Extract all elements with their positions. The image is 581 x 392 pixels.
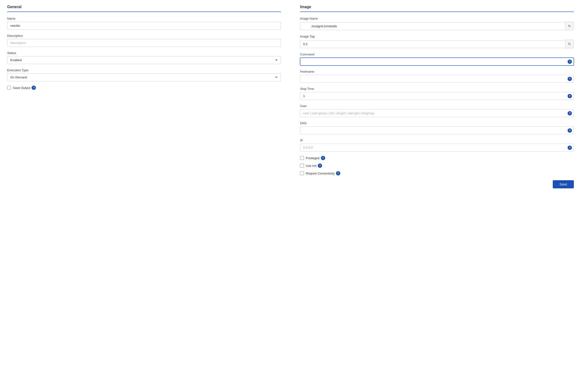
execution-type-select[interactable]: On Demand Scheduled Always On (7, 73, 281, 81)
require-connectivity-label[interactable]: Require Connectivity (306, 172, 334, 175)
use-init-checkbox[interactable] (300, 164, 304, 168)
ip-field-group: IP ? (300, 139, 574, 152)
save-btn-row: Save (300, 180, 574, 188)
stop-time-input[interactable] (300, 92, 574, 100)
ip-label: IP (300, 139, 574, 142)
name-label: Name (7, 17, 281, 20)
save-output-label[interactable]: Save Output (13, 86, 30, 90)
hostname-help-icon[interactable]: ? (568, 77, 572, 81)
status-field-group: Status Enabled Disabled (7, 51, 281, 64)
image-tag-field-group: Image Tag ↻ (300, 35, 574, 48)
description-input[interactable] (7, 39, 281, 47)
command-help-icon[interactable]: ? (568, 59, 572, 64)
image-tag-wrapper: ↻ (300, 40, 574, 48)
stop-time-help-icon[interactable]: ? (568, 94, 572, 98)
user-label: User (300, 104, 574, 108)
dns-row: ? (300, 126, 574, 134)
command-input[interactable] (300, 58, 574, 65)
save-output-help-icon[interactable]: ? (32, 86, 36, 90)
use-init-label[interactable]: Use Init (306, 164, 316, 168)
name-field-group: Name (7, 17, 281, 30)
status-label: Status (7, 51, 281, 55)
user-input[interactable] (300, 109, 574, 117)
user-field-group: User ? (300, 104, 574, 117)
stop-time-row: ? (300, 92, 574, 100)
ip-help-icon[interactable]: ? (568, 146, 572, 150)
command-row: ? (300, 58, 574, 65)
privileged-checkbox[interactable] (300, 156, 304, 160)
privileged-row: Privileged ? (300, 156, 574, 160)
use-init-help-icon[interactable]: ? (318, 164, 322, 168)
image-name-input[interactable] (300, 22, 565, 30)
image-name-wrapper: ↻ (300, 22, 574, 30)
user-help-icon[interactable]: ? (568, 111, 572, 115)
user-row: ? (300, 109, 574, 117)
dns-field-group: DNS ? (300, 121, 574, 134)
image-section-title: Image (300, 5, 574, 12)
image-tag-input[interactable] (300, 40, 565, 48)
stop-time-field-group: Stop Time ? (300, 87, 574, 100)
ip-input[interactable] (300, 144, 574, 152)
command-label: Command (300, 53, 574, 56)
command-field-group: Command ? (300, 53, 574, 65)
hostname-row: ? (300, 75, 574, 83)
dns-label: DNS (300, 121, 574, 125)
save-output-row: Save Output ? (7, 86, 281, 90)
dns-input[interactable] (300, 126, 574, 134)
hostname-field-group: Hostname ? (300, 70, 574, 83)
description-label: Description (7, 34, 281, 37)
require-connectivity-checkbox[interactable] (300, 171, 304, 175)
dns-help-icon[interactable]: ? (568, 128, 572, 133)
image-tag-refresh-button[interactable]: ↻ (565, 40, 574, 48)
status-select[interactable]: Enabled Disabled (7, 56, 281, 64)
privileged-label[interactable]: Privileged (306, 156, 320, 160)
hostname-label: Hostname (300, 70, 574, 73)
image-name-refresh-button[interactable]: ↻ (565, 22, 574, 30)
use-init-row: Use Init ? (300, 164, 574, 168)
stop-time-label: Stop Time (300, 87, 574, 91)
execution-type-label: Execution Type (7, 68, 281, 72)
save-output-checkbox[interactable] (7, 86, 11, 90)
hostname-input[interactable] (300, 75, 574, 83)
general-section-title: General (7, 5, 281, 12)
require-connectivity-help-icon[interactable]: ? (336, 171, 340, 176)
require-connectivity-row: Require Connectivity ? (300, 171, 574, 176)
ip-row: ? (300, 144, 574, 152)
privileged-help-icon[interactable]: ? (321, 156, 325, 160)
save-button[interactable]: Save (553, 180, 574, 188)
description-field-group: Description (7, 34, 281, 47)
name-input[interactable] (7, 22, 281, 30)
execution-type-field-group: Execution Type On Demand Scheduled Alway… (7, 68, 281, 81)
image-tag-label: Image Tag (300, 35, 574, 38)
image-name-field-group: Image Name ↻ (300, 17, 574, 30)
image-name-label: Image Name (300, 17, 574, 20)
